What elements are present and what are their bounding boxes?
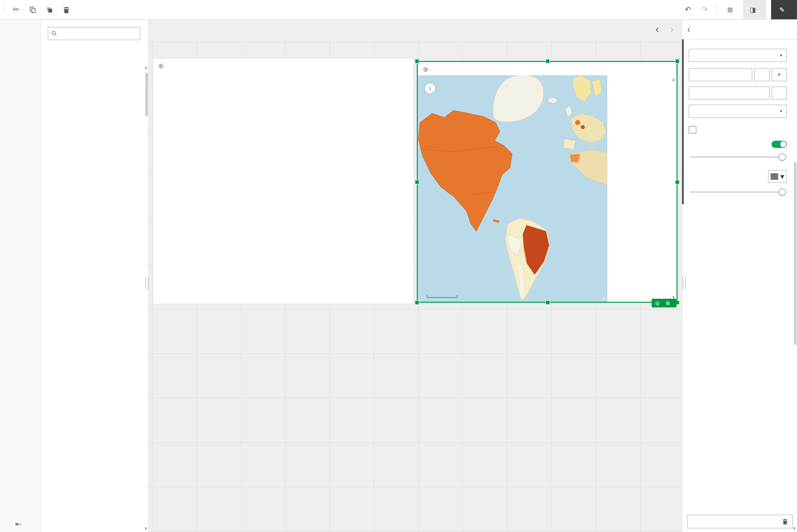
assets-scrollbar-thumb[interactable] bbox=[145, 73, 148, 116]
scroll-up-icon[interactable]: ▲ bbox=[144, 65, 148, 70]
map-body: i bbox=[418, 75, 676, 302]
delete-layer-wrap bbox=[682, 511, 797, 532]
colors-body: ▾ ▾ bbox=[684, 49, 797, 204]
topbar-right: ↶ ↷ ⊞ ◨ ✎ bbox=[680, 0, 797, 19]
section-colors-header[interactable] bbox=[684, 40, 797, 49]
paste-icon bbox=[46, 6, 54, 14]
outline-opacity-slider[interactable] bbox=[690, 188, 786, 196]
map-region-europe-red bbox=[581, 125, 585, 129]
legend-gradient-bar bbox=[612, 98, 619, 174]
trash-icon bbox=[62, 6, 70, 14]
chevron-down-icon: ▾ bbox=[780, 109, 782, 114]
map-attribution-link[interactable] bbox=[601, 298, 605, 299]
copy-icon bbox=[29, 6, 37, 14]
next-sheet-button[interactable]: › bbox=[670, 23, 673, 35]
paste-button[interactable] bbox=[41, 0, 58, 19]
resize-handle-e[interactable] bbox=[675, 180, 680, 185]
stage: ✂ ↶ ↷ ⊞ ◨ ✎ bbox=[0, 0, 797, 532]
source-table-button[interactable]: ⊞ bbox=[721, 0, 743, 19]
range-row bbox=[689, 141, 787, 148]
bar-chart-object[interactable]: ⊕ bbox=[152, 58, 414, 304]
undo-button[interactable]: ↶ bbox=[680, 0, 697, 19]
resize-handle-ne[interactable] bbox=[675, 59, 680, 63]
resize-handle-w[interactable] bbox=[415, 180, 420, 185]
chevron-down-icon: ▾ bbox=[780, 172, 784, 182]
measure-dropdown-button[interactable]: ▾ bbox=[772, 68, 787, 81]
spacer bbox=[682, 204, 797, 511]
bar-rows bbox=[153, 79, 407, 277]
map-region-europe-orange bbox=[575, 120, 580, 125]
separator bbox=[717, 5, 717, 15]
scroll-down-icon[interactable]: ▼ bbox=[792, 527, 796, 531]
assets-list bbox=[40, 64, 145, 532]
resize-handle-n[interactable] bbox=[545, 59, 550, 63]
slider-knob[interactable] bbox=[779, 189, 786, 195]
add-title-icon: ⊕ bbox=[423, 65, 428, 73]
world-map[interactable] bbox=[418, 75, 607, 302]
scissors-icon: ✂ bbox=[13, 5, 19, 14]
edit-sheet-button[interactable]: ✎ bbox=[771, 0, 797, 19]
add-title-icon: ⊕ bbox=[158, 62, 164, 70]
trash-icon bbox=[782, 518, 788, 525]
resize-handle-s[interactable] bbox=[545, 300, 550, 305]
section-colors: ▾ ▾ bbox=[682, 39, 797, 204]
properties-scrollbar-thumb[interactable] bbox=[794, 162, 796, 345]
separator bbox=[3, 5, 4, 15]
topbar: ✂ ↶ ↷ ⊞ ◨ ✎ bbox=[0, 0, 797, 20]
body-row: ⇤ ▲ ▼ ‹ › bbox=[0, 20, 797, 532]
sheet-canvas: ‹ › ⊕ bbox=[149, 20, 682, 532]
search-box[interactable] bbox=[48, 27, 140, 40]
delete-button[interactable] bbox=[58, 0, 75, 19]
expression-editor-button[interactable] bbox=[754, 68, 770, 81]
opacity-slider[interactable] bbox=[690, 153, 786, 161]
copy-button[interactable] bbox=[24, 0, 41, 19]
canvas-header: ‹ › bbox=[149, 20, 682, 39]
grid-size-icon: ⊞ bbox=[666, 300, 670, 306]
left-rail: ⇤ bbox=[0, 20, 40, 532]
resize-handle-sw[interactable] bbox=[415, 300, 420, 305]
map-legend: ▲ ▼ bbox=[608, 75, 676, 302]
select-measure-input[interactable] bbox=[689, 68, 752, 81]
topbar-left: ✂ bbox=[0, 0, 75, 19]
outline-color-dropdown[interactable]: ▾ bbox=[768, 170, 787, 183]
resize-handle-nw[interactable] bbox=[415, 59, 420, 63]
info-icon[interactable]: i bbox=[425, 83, 435, 93]
scroll-up-icon[interactable]: ▲ bbox=[672, 77, 675, 82]
chart-title-placeholder[interactable]: ⊕ bbox=[418, 62, 676, 75]
panel-resize-grip[interactable] bbox=[145, 276, 148, 289]
position-icon: ◎ bbox=[655, 300, 660, 306]
chevron-down-icon: ▾ bbox=[778, 72, 780, 77]
panel-resize-grip[interactable] bbox=[683, 276, 686, 289]
map-object[interactable]: ⊕ bbox=[417, 61, 678, 303]
map-area[interactable]: i bbox=[418, 75, 607, 302]
delete-layer-button[interactable] bbox=[687, 515, 793, 528]
expression-editor-button[interactable] bbox=[772, 86, 787, 100]
color-mode-dropdown[interactable]: ▾ bbox=[689, 49, 787, 62]
search-input[interactable] bbox=[60, 30, 136, 37]
scroll-down-icon[interactable]: ▼ bbox=[144, 527, 148, 531]
x-axis-ticks bbox=[153, 279, 407, 287]
slider-track bbox=[690, 157, 786, 157]
label-input[interactable] bbox=[689, 86, 770, 100]
cut-button[interactable]: ✂ bbox=[8, 0, 24, 19]
slider-knob[interactable] bbox=[779, 153, 786, 160]
redo-icon: ↷ bbox=[702, 5, 708, 14]
properties-button[interactable]: ◨ bbox=[743, 0, 766, 19]
color-swatch bbox=[771, 173, 778, 180]
select-measure-row: ▾ bbox=[689, 68, 787, 81]
range-toggle[interactable] bbox=[772, 141, 787, 148]
search-icon bbox=[51, 30, 58, 37]
reverse-colors-checkbox[interactable] bbox=[689, 126, 787, 134]
sheet-grid: ⊕ bbox=[149, 39, 682, 532]
properties-panel-icon: ◨ bbox=[749, 6, 756, 14]
outline-row: ▾ bbox=[689, 170, 787, 183]
back-chevron-icon[interactable]: ‹ bbox=[687, 25, 690, 33]
chart-title-placeholder[interactable]: ⊕ bbox=[153, 58, 414, 71]
sheet-navigation: ‹ › bbox=[655, 23, 673, 35]
chevron-down-icon: ▾ bbox=[780, 53, 782, 58]
prev-sheet-button[interactable]: ‹ bbox=[655, 23, 659, 35]
number-formatting-dropdown[interactable]: ▾ bbox=[689, 104, 787, 118]
redo-button[interactable]: ↷ bbox=[697, 0, 713, 19]
label-row bbox=[689, 86, 787, 100]
collapse-panel-button[interactable]: ⇤ bbox=[0, 519, 40, 529]
